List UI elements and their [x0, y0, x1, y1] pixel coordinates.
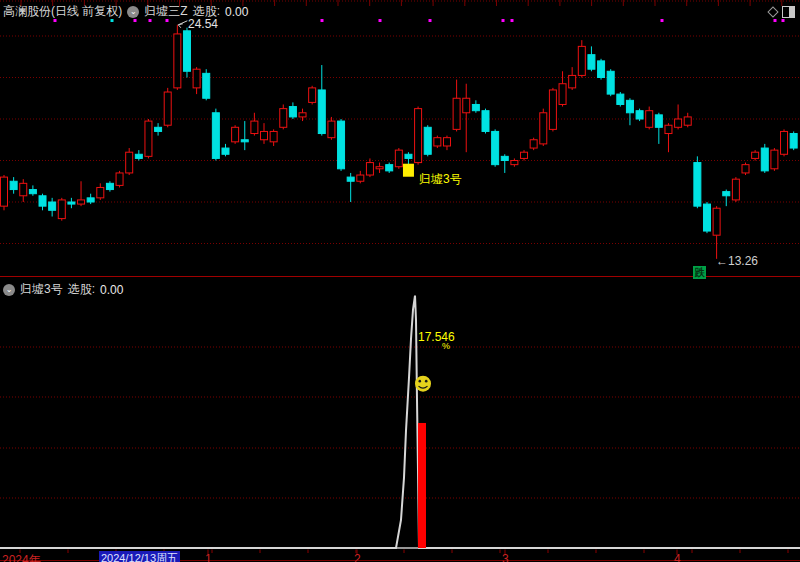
candle[interactable] [415, 107, 422, 165]
axis-month-label: 4 [674, 552, 681, 562]
indicator-peak-unit: % [442, 341, 450, 351]
high-price-label: 24.54 [188, 17, 218, 31]
candle[interactable] [655, 113, 662, 144]
candle[interactable] [713, 206, 720, 259]
candle[interactable] [530, 138, 537, 150]
candle[interactable] [261, 123, 268, 144]
candle[interactable] [193, 67, 200, 94]
candle[interactable] [376, 163, 383, 173]
candle[interactable] [781, 129, 788, 156]
candle[interactable] [58, 198, 65, 221]
indicator-dropdown-icon[interactable]: ⌄ [3, 284, 15, 296]
candle[interactable] [280, 104, 287, 129]
candle[interactable] [49, 198, 56, 217]
indicator-dropdown-icon[interactable]: ⌄ [127, 6, 139, 18]
candle[interactable] [29, 185, 36, 195]
candle[interactable] [270, 129, 277, 146]
candle[interactable] [164, 88, 171, 127]
signal-text-label: 归墟3号 [419, 171, 462, 188]
candle[interactable] [443, 136, 450, 151]
candle[interactable] [752, 150, 759, 160]
candle[interactable] [626, 98, 633, 125]
candle[interactable] [97, 183, 104, 200]
candle[interactable] [68, 198, 75, 208]
candle[interactable] [309, 86, 316, 105]
candle[interactable] [203, 69, 210, 100]
candle[interactable] [357, 171, 364, 183]
candle[interactable] [578, 40, 585, 77]
bottom-indicator-name[interactable]: 归墟3号 [20, 281, 63, 298]
candle[interactable] [1, 175, 8, 210]
indicator-gridlines [0, 347, 800, 498]
candles[interactable] [1, 25, 798, 259]
candle[interactable] [588, 46, 595, 71]
candle[interactable] [174, 25, 181, 90]
candle[interactable] [10, 177, 17, 194]
candle[interactable] [684, 113, 691, 128]
candle[interactable] [155, 123, 162, 135]
candle[interactable] [742, 163, 749, 175]
bottom-selector-label: 选股: [68, 281, 95, 298]
candle[interactable] [790, 131, 797, 150]
candle[interactable] [472, 100, 479, 112]
candle[interactable] [366, 158, 373, 177]
candle[interactable] [289, 102, 296, 119]
candle[interactable] [328, 117, 335, 140]
candle[interactable] [183, 28, 190, 78]
candle[interactable] [338, 119, 345, 171]
candle[interactable] [559, 71, 566, 106]
candle[interactable] [386, 163, 393, 173]
candle[interactable] [771, 148, 778, 171]
candle[interactable] [694, 156, 701, 208]
candle[interactable] [492, 129, 499, 166]
candle[interactable] [395, 148, 402, 169]
candle[interactable] [617, 92, 624, 107]
candle[interactable] [463, 84, 470, 152]
candle[interactable] [87, 194, 94, 204]
candle[interactable] [222, 144, 229, 156]
panel-toolbar [769, 6, 795, 18]
high-arrow [178, 21, 187, 28]
candle[interactable] [665, 123, 672, 152]
candle[interactable] [723, 190, 730, 207]
candle[interactable] [646, 107, 653, 130]
candle[interactable] [482, 109, 489, 134]
axis-month-label: 1 [205, 552, 212, 562]
candle[interactable] [549, 88, 556, 132]
candle[interactable] [212, 109, 219, 161]
candle[interactable] [116, 171, 123, 188]
candle[interactable] [251, 113, 258, 136]
candle[interactable] [126, 148, 133, 175]
indicator-line [0, 296, 800, 548]
candle[interactable] [241, 121, 248, 150]
axis-selected-date[interactable]: 2024/12/13周五 [99, 551, 180, 562]
candle[interactable] [106, 181, 113, 191]
candle[interactable] [598, 59, 605, 80]
candle[interactable] [78, 181, 85, 206]
candle[interactable] [232, 125, 239, 144]
candle[interactable] [540, 109, 547, 146]
low-price-label: ←13.26 [716, 254, 758, 268]
candle[interactable] [501, 154, 508, 173]
top-indicator-name[interactable]: 归墟三Z [144, 3, 187, 20]
candle[interactable] [732, 177, 739, 202]
candle[interactable] [145, 119, 152, 158]
candle[interactable] [318, 65, 325, 136]
candle[interactable] [607, 69, 614, 96]
candle[interactable] [135, 150, 142, 160]
candle[interactable] [453, 80, 460, 132]
candle[interactable] [347, 173, 354, 202]
candle[interactable] [511, 158, 518, 166]
candle[interactable] [569, 67, 576, 90]
candle[interactable] [434, 136, 441, 148]
candle[interactable] [39, 194, 46, 211]
diamond-icon[interactable] [767, 6, 778, 17]
candle[interactable] [521, 150, 528, 160]
candle[interactable] [636, 109, 643, 121]
candle[interactable] [703, 202, 710, 233]
candle[interactable] [675, 104, 682, 129]
split-panel-icon[interactable] [782, 6, 795, 18]
candle[interactable] [424, 125, 431, 156]
candle[interactable] [20, 179, 27, 202]
candle[interactable] [761, 144, 768, 173]
